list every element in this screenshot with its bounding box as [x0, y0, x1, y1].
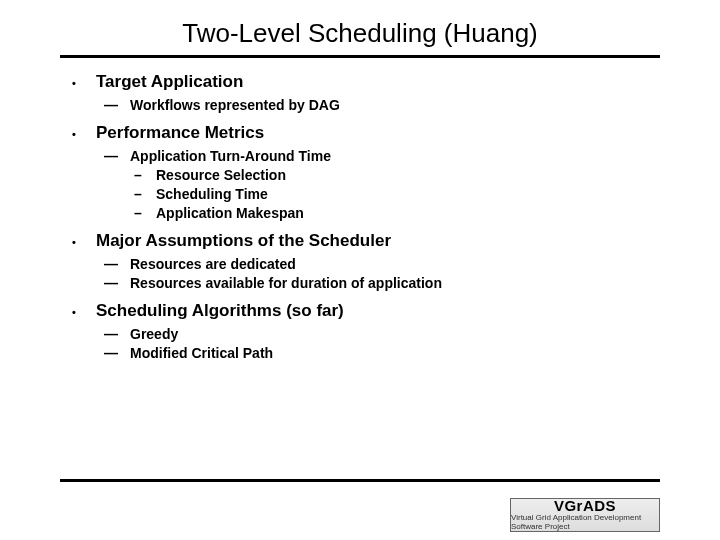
dash-icon: —: [104, 97, 130, 113]
bullet-l3: – Scheduling Time: [134, 186, 660, 202]
bullet-l2: — Resources are dedicated: [104, 256, 660, 272]
dash-icon: —: [104, 256, 130, 272]
endash-icon: –: [134, 167, 156, 183]
l3-text: Scheduling Time: [156, 186, 268, 202]
bullet-l3: – Application Makespan: [134, 205, 660, 221]
dot-icon: •: [72, 231, 96, 253]
dot-icon: •: [72, 72, 96, 94]
dash-icon: —: [104, 275, 130, 291]
l3-text: Resource Selection: [156, 167, 286, 183]
dash-icon: —: [104, 148, 130, 164]
l3-text: Application Makespan: [156, 205, 304, 221]
logo-sub-text: Virtual Grid Application Development Sof…: [511, 514, 659, 532]
l2-text: Resources available for duration of appl…: [130, 275, 442, 291]
l1-text: Target Application: [96, 72, 243, 92]
bullet-l2: — Application Turn-Around Time: [104, 148, 660, 164]
bullet-l3: – Resource Selection: [134, 167, 660, 183]
bullet-l1: • Performance Metrics: [72, 123, 660, 145]
bullet-l1: • Major Assumptions of the Scheduler: [72, 231, 660, 253]
vgrads-logo: VGrADS Virtual Grid Application Developm…: [510, 498, 660, 532]
l1-text: Scheduling Algorithms (so far): [96, 301, 344, 321]
bullet-l1: • Target Application: [72, 72, 660, 94]
l2-text: Workflows represented by DAG: [130, 97, 340, 113]
l1-text: Performance Metrics: [96, 123, 264, 143]
endash-icon: –: [134, 186, 156, 202]
l2-text: Resources are dedicated: [130, 256, 296, 272]
l2-text: Application Turn-Around Time: [130, 148, 331, 164]
dash-icon: —: [104, 345, 130, 361]
l2-text: Modified Critical Path: [130, 345, 273, 361]
bullet-l2: — Workflows represented by DAG: [104, 97, 660, 113]
title-rule: [60, 55, 660, 58]
dot-icon: •: [72, 123, 96, 145]
bullet-l2: — Modified Critical Path: [104, 345, 660, 361]
dash-icon: —: [104, 326, 130, 342]
l2-text: Greedy: [130, 326, 178, 342]
endash-icon: –: [134, 205, 156, 221]
footer-rule: [60, 479, 660, 482]
bullet-l1: • Scheduling Algorithms (so far): [72, 301, 660, 323]
slide-title: Two-Level Scheduling (Huang): [0, 18, 720, 49]
bullet-l2: — Resources available for duration of ap…: [104, 275, 660, 291]
dot-icon: •: [72, 301, 96, 323]
l1-text: Major Assumptions of the Scheduler: [96, 231, 391, 251]
slide-content: • Target Application — Workflows represe…: [0, 72, 720, 361]
bullet-l2: — Greedy: [104, 326, 660, 342]
logo-main-text: VGrADS: [554, 498, 616, 515]
